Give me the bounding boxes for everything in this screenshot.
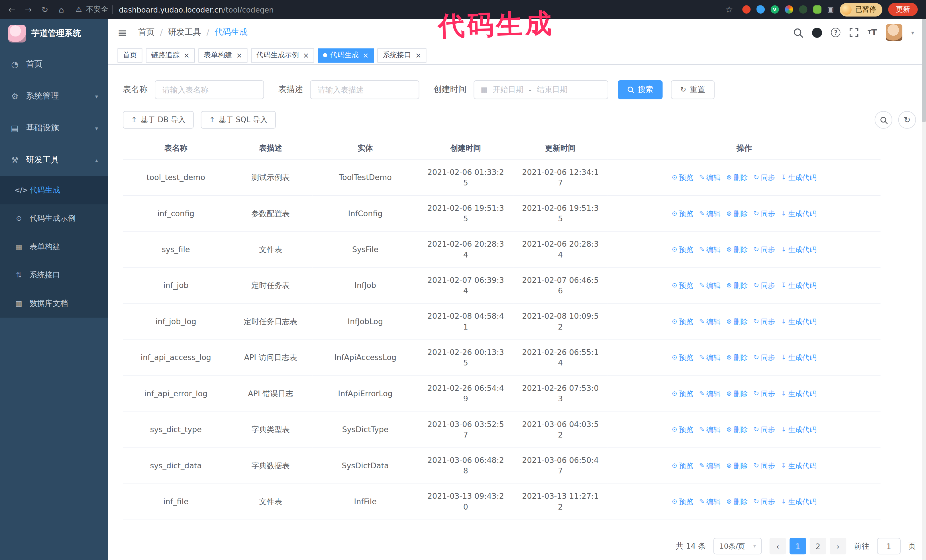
preview-link[interactable]: ⊙预览 — [672, 245, 693, 255]
preview-link[interactable]: ⊙预览 — [672, 497, 693, 507]
github-icon[interactable] — [812, 27, 822, 37]
tab-home[interactable]: 首页 — [117, 48, 142, 62]
sync-link[interactable]: ↻同步 — [754, 208, 775, 219]
preview-link[interactable]: ⊙预览 — [672, 281, 693, 291]
sidebar-subitem-form-builder[interactable]: ▦ 表单构建 — [0, 233, 108, 261]
generate-code-link[interactable]: ↧生成代码 — [781, 424, 817, 435]
goto-page-input[interactable] — [877, 538, 901, 554]
import-db-button[interactable]: ↥ 基于 DB 导入 — [123, 111, 194, 129]
breadcrumb-devtools[interactable]: 研发工具 — [168, 27, 201, 38]
user-avatar[interactable] — [886, 24, 902, 41]
puzzle-icon[interactable]: ▣ — [827, 5, 834, 14]
search-icon[interactable] — [793, 27, 803, 37]
help-icon[interactable]: ? — [831, 28, 841, 37]
import-sql-button[interactable]: ↥ 基于 SQL 导入 — [201, 111, 276, 129]
table-row[interactable]: sys_dict_data 字典数据表 SysDictData 2021-03-… — [123, 448, 881, 484]
edit-link[interactable]: ✎编辑 — [699, 424, 720, 435]
sidebar-item-infra[interactable]: ▤ 基础设施 ▾ — [0, 112, 108, 144]
edit-link[interactable]: ✎编辑 — [699, 281, 720, 291]
table-row[interactable]: tool_test_demo 测试示例表 ToolTestDemo 2021-0… — [123, 160, 881, 196]
breadcrumb-home[interactable]: 首页 — [138, 27, 155, 38]
tab-form-builder[interactable]: 表单构建× — [198, 48, 248, 62]
date-range-picker[interactable]: ▦ 开始日期 - 结束日期 — [474, 80, 608, 99]
generate-code-link[interactable]: ↧生成代码 — [781, 208, 817, 219]
table-row[interactable]: inf_api_access_log API 访问日志表 InfApiAcces… — [123, 340, 881, 376]
security-label[interactable]: 不安全 — [86, 5, 108, 15]
sync-link[interactable]: ↻同步 — [754, 317, 775, 327]
extension-icon-1[interactable] — [742, 5, 750, 14]
close-icon[interactable]: × — [303, 51, 309, 59]
preview-link[interactable]: ⊙预览 — [672, 208, 693, 219]
delete-link[interactable]: ⊗删除 — [726, 424, 747, 435]
reset-button[interactable]: ↻ 重置 — [671, 80, 715, 99]
page-button-2[interactable]: 2 — [810, 538, 826, 554]
close-icon[interactable]: × — [415, 51, 421, 59]
sync-link[interactable]: ↻同步 — [754, 245, 775, 255]
prev-page-button[interactable]: ‹ — [770, 538, 786, 554]
sidebar-subitem-codegen[interactable]: </> 代码生成 — [0, 176, 108, 204]
table-desc-input[interactable] — [310, 80, 419, 99]
sync-link[interactable]: ↻同步 — [754, 352, 775, 363]
sync-link[interactable]: ↻同步 — [754, 497, 775, 507]
generate-code-link[interactable]: ↧生成代码 — [781, 317, 817, 327]
extension-icon-5[interactable] — [799, 5, 807, 14]
edit-link[interactable]: ✎编辑 — [699, 497, 720, 507]
sync-link[interactable]: ↻同步 — [754, 388, 775, 399]
update-button[interactable]: 更新 — [888, 3, 918, 16]
hamburger-icon[interactable]: ≡ — [117, 27, 127, 38]
edit-link[interactable]: ✎编辑 — [699, 208, 720, 219]
delete-link[interactable]: ⊗删除 — [726, 460, 747, 471]
generate-code-link[interactable]: ↧生成代码 — [781, 172, 817, 183]
sync-link[interactable]: ↻同步 — [754, 172, 775, 183]
sidebar-item-system[interactable]: ⚙ 系统管理 ▾ — [0, 80, 108, 112]
bookmark-star-icon[interactable]: ☆ — [722, 4, 736, 15]
edit-link[interactable]: ✎编辑 — [699, 245, 720, 255]
next-page-button[interactable]: › — [830, 538, 846, 554]
delete-link[interactable]: ⊗删除 — [726, 208, 747, 219]
delete-link[interactable]: ⊗删除 — [726, 245, 747, 255]
tab-codegen-example[interactable]: 代码生成示例× — [251, 48, 314, 62]
page-size-select[interactable]: 10条/页 ▾ — [713, 538, 762, 554]
page-button-1[interactable]: 1 — [790, 538, 806, 554]
preview-link[interactable]: ⊙预览 — [672, 317, 693, 327]
refresh-button[interactable]: ↻ — [898, 111, 916, 129]
generate-code-link[interactable]: ↧生成代码 — [781, 497, 817, 507]
close-icon[interactable]: × — [184, 51, 190, 59]
extension-icon-6[interactable] — [813, 5, 821, 14]
close-icon[interactable]: × — [236, 51, 242, 59]
back-icon[interactable]: ← — [5, 5, 19, 14]
edit-link[interactable]: ✎编辑 — [699, 460, 720, 471]
sidebar-subitem-api[interactable]: ⇅ 系统接口 — [0, 261, 108, 289]
scrollbar-track[interactable] — [922, 19, 926, 560]
forward-icon[interactable]: → — [21, 5, 36, 14]
reload-icon[interactable]: ↻ — [38, 5, 52, 14]
preview-link[interactable]: ⊙预览 — [672, 424, 693, 435]
edit-link[interactable]: ✎编辑 — [699, 352, 720, 363]
tab-trace[interactable]: 链路追踪× — [146, 48, 195, 62]
tab-api[interactable]: 系统接口× — [378, 48, 427, 62]
table-row[interactable]: inf_job_log 定时任务日志表 InfJobLog 2021-02-08… — [123, 303, 881, 340]
sync-link[interactable]: ↻同步 — [754, 424, 775, 435]
caret-down-icon[interactable]: ▾ — [911, 29, 914, 36]
delete-link[interactable]: ⊗删除 — [726, 317, 747, 327]
table-row[interactable]: inf_file 文件表 InfFile 2021-03-13 09:43:20… — [123, 484, 881, 520]
table-row[interactable]: inf_config 参数配置表 InfConfig 2021-02-06 19… — [123, 196, 881, 232]
edit-link[interactable]: ✎编辑 — [699, 388, 720, 399]
preview-link[interactable]: ⊙预览 — [672, 352, 693, 363]
generate-code-link[interactable]: ↧生成代码 — [781, 460, 817, 471]
profile-chip[interactable]: 已暂停 — [840, 3, 882, 16]
table-row[interactable]: inf_api_error_log API 错误日志 InfApiErrorLo… — [123, 376, 881, 412]
sidebar-subitem-db-doc[interactable]: ▥ 数据库文档 — [0, 290, 108, 318]
tab-codegen[interactable]: 代码生成× — [318, 48, 374, 62]
generate-code-link[interactable]: ↧生成代码 — [781, 245, 817, 255]
extension-icon-3[interactable]: V — [770, 5, 779, 14]
url-text[interactable]: dashboard.yudao.iocoder.cn/tool/codegen — [112, 5, 274, 14]
font-size-icon[interactable]: TT — [868, 28, 877, 37]
fullscreen-icon[interactable] — [849, 28, 859, 37]
delete-link[interactable]: ⊗删除 — [726, 497, 747, 507]
address-bar[interactable]: ⚠ 不安全 dashboard.yudao.iocoder.cn/tool/co… — [76, 5, 274, 15]
scrollbar-thumb[interactable] — [922, 19, 926, 122]
edit-link[interactable]: ✎编辑 — [699, 317, 720, 327]
delete-link[interactable]: ⊗删除 — [726, 352, 747, 363]
preview-link[interactable]: ⊙预览 — [672, 172, 693, 183]
